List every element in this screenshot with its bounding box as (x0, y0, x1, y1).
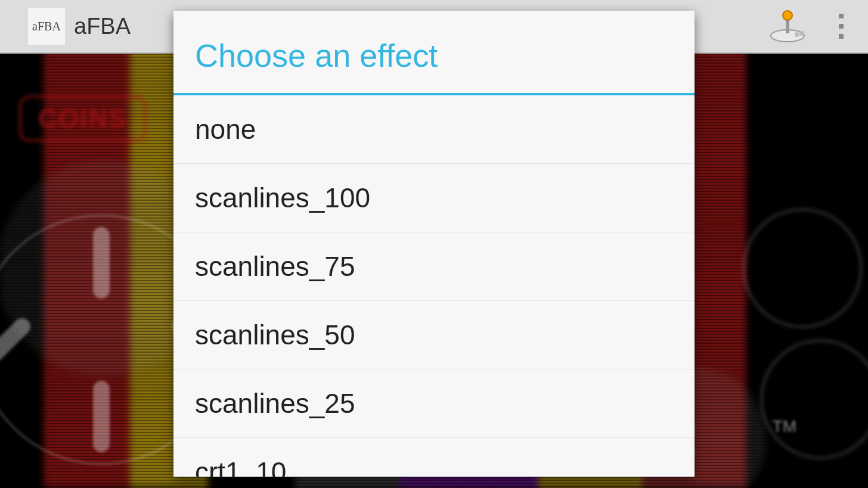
effect-option-scanlines-100[interactable]: scanlines_100 (173, 164, 695, 232)
effect-option-none[interactable]: none (173, 95, 695, 164)
tm-label: TM (773, 417, 796, 436)
svg-point-4 (799, 31, 804, 36)
dialog-title: Choose an effect (173, 11, 695, 93)
effect-dialog: Choose an effect none scanlines_100 scan… (173, 11, 695, 477)
effect-option-list[interactable]: none scanlines_100 scanlines_75 scanline… (173, 95, 695, 477)
app-logo[interactable]: aFBA (27, 7, 66, 45)
effect-option-scanlines-50[interactable]: scanlines_50 (173, 301, 695, 369)
app-title: aFBA (74, 14, 131, 39)
effect-option-scanlines-25[interactable]: scanlines_25 (173, 369, 695, 438)
effect-option-scanlines-75[interactable]: scanlines_75 (173, 232, 695, 301)
joystick-icon[interactable] (767, 8, 808, 44)
effect-option-crt1-10[interactable]: crt1_10 (173, 438, 695, 477)
svg-point-3 (795, 32, 799, 37)
menu-overflow-icon[interactable] (832, 11, 850, 41)
svg-point-2 (783, 11, 792, 20)
coins-button[interactable]: COINS (19, 95, 146, 142)
